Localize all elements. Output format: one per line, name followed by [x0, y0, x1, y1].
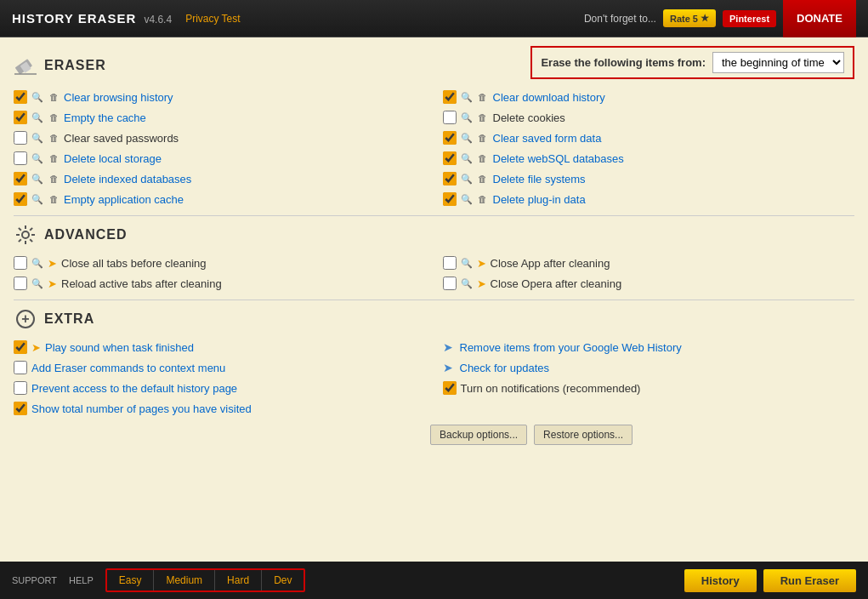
extra-left-checkbox-0[interactable] — [14, 340, 27, 354]
search-icon-left-4[interactable]: 🔍 — [31, 174, 43, 185]
extra-left-checkbox-1[interactable] — [14, 361, 27, 374]
extra-left-checkbox-2[interactable] — [14, 381, 27, 395]
rate-button[interactable]: Rate 5 ★ — [663, 9, 716, 27]
eraser-left-checkbox-5[interactable] — [14, 192, 27, 206]
footer: SUPPORT HELP EasyMediumHardDev History R… — [0, 562, 868, 599]
support-link[interactable]: SUPPORT — [12, 575, 57, 585]
delete-icon-right-4[interactable]: 🗑 — [477, 174, 489, 184]
extra-right-label-1[interactable]: Check for updates — [460, 362, 550, 374]
eraser-right-label-3[interactable]: Delete webSQL databases — [493, 152, 624, 165]
eraser-icon-svg — [14, 54, 37, 77]
extra-left-label-3[interactable]: Show total number of pages you have visi… — [31, 402, 252, 415]
history-button[interactable]: History — [684, 569, 757, 592]
tab-hard[interactable]: Hard — [215, 570, 262, 590]
eraser-left-label-0[interactable]: Clear browsing history — [64, 91, 173, 104]
eraser-right-checkbox-5[interactable] — [443, 192, 457, 206]
tab-medium[interactable]: Medium — [154, 570, 215, 590]
delete-icon-right-1[interactable]: 🗑 — [477, 112, 489, 123]
eraser-right-label-0[interactable]: Clear download history — [493, 91, 605, 104]
extra-arrow-left-0: ➤ — [31, 341, 41, 354]
header-right: Don't forget to... Rate 5 ★ Pinterest DO… — [584, 0, 856, 37]
search-icon-right-4[interactable]: 🔍 — [461, 174, 473, 185]
restore-options-button[interactable]: Restore options... — [534, 425, 633, 445]
delete-icon-left-5[interactable]: 🗑 — [48, 194, 60, 204]
eraser-right-item-4: 🔍 🗑 Delete file systems — [443, 169, 855, 188]
eraser-left-checkbox-0[interactable] — [14, 90, 27, 104]
delete-icon-right-5[interactable]: 🗑 — [477, 194, 489, 204]
search-icon-right-2[interactable]: 🔍 — [461, 133, 473, 144]
eraser-left-checkbox-4[interactable] — [14, 172, 27, 185]
extra-header: + EXTRA — [14, 307, 854, 331]
extra-right-item-0: ➤ Remove items from your Google Web Hist… — [443, 338, 855, 357]
search-icon-left-0[interactable]: 🔍 — [31, 92, 43, 103]
extra-left-item-1: Add Eraser commands to context menu — [14, 358, 426, 377]
adv-search-icon-right-1[interactable]: 🔍 — [461, 278, 473, 289]
eraser-left-label-1[interactable]: Empty the cache — [64, 111, 146, 124]
eraser-right-checkbox-1[interactable] — [443, 111, 457, 124]
eraser-right-checkbox-3[interactable] — [443, 151, 457, 165]
adv-arrow-left-0: ➤ — [48, 257, 57, 270]
extra-left-label-1[interactable]: Add Eraser commands to context menu — [31, 362, 225, 374]
erase-from-select[interactable]: the beginning of time last hour last day… — [712, 52, 844, 73]
advanced-icon — [14, 223, 37, 247]
backup-options-button[interactable]: Backup options... — [430, 425, 527, 445]
tab-dev[interactable]: Dev — [262, 570, 304, 590]
extra-right-label-0[interactable]: Remove items from your Google Web Histor… — [460, 341, 682, 354]
adv-search-icon-left-0[interactable]: 🔍 — [31, 258, 43, 269]
delete-icon-left-2[interactable]: 🗑 — [48, 133, 60, 143]
eraser-left-checkbox-3[interactable] — [14, 151, 27, 165]
adv-right-checkbox-1[interactable] — [443, 277, 457, 290]
extra-left-checkbox-3[interactable] — [14, 402, 27, 415]
eraser-right-checkbox-2[interactable] — [443, 131, 457, 145]
search-icon-right-1[interactable]: 🔍 — [461, 112, 473, 123]
pinterest-button[interactable]: Pinterest — [723, 10, 776, 27]
search-icon-left-1[interactable]: 🔍 — [31, 112, 43, 123]
eraser-right-label-1[interactable]: Delete cookies — [493, 111, 565, 124]
delete-icon-right-3[interactable]: 🗑 — [477, 153, 489, 163]
adv-search-icon-right-0[interactable]: 🔍 — [461, 258, 473, 269]
search-icon-left-2[interactable]: 🔍 — [31, 133, 43, 144]
delete-icon-right-0[interactable]: 🗑 — [477, 92, 489, 102]
svg-line-9 — [30, 239, 32, 242]
eraser-left-label-5[interactable]: Empty application cache — [64, 193, 184, 206]
eraser-left-label-3[interactable]: Delete local storage — [64, 152, 162, 165]
adv-left-checkbox-0[interactable] — [14, 256, 27, 270]
eraser-left-item-2: 🔍 🗑 Clear saved passwords — [14, 128, 426, 147]
eraser-right-label-5[interactable]: Delete plug-in data — [493, 193, 586, 206]
eraser-right-label-2[interactable]: Clear saved form data — [493, 132, 602, 145]
extra-left-label-2[interactable]: Prevent access to the default history pa… — [31, 382, 237, 395]
tab-easy[interactable]: Easy — [107, 570, 155, 590]
title-history: HISTORY — [12, 11, 74, 26]
delete-icon-left-4[interactable]: 🗑 — [48, 174, 60, 184]
help-link[interactable]: HELP — [69, 575, 94, 585]
eraser-left-checkbox-1[interactable] — [14, 111, 27, 124]
search-icon-left-5[interactable]: 🔍 — [31, 194, 43, 205]
eraser-title: ERASER — [44, 58, 106, 73]
delete-icon-right-2[interactable]: 🗑 — [477, 133, 489, 143]
eraser-right-checkbox-4[interactable] — [443, 172, 457, 185]
privacy-test-link[interactable]: Privacy Test — [185, 13, 240, 25]
delete-icon-left-1[interactable]: 🗑 — [48, 112, 60, 123]
eraser-left-checkbox-2[interactable] — [14, 131, 27, 145]
adv-right-checkbox-0[interactable] — [443, 256, 457, 270]
search-icon-right-5[interactable]: 🔍 — [461, 194, 473, 205]
eraser-left-item-1: 🔍 🗑 Empty the cache — [14, 108, 426, 127]
search-icon-right-0[interactable]: 🔍 — [461, 92, 473, 103]
delete-icon-left-0[interactable]: 🗑 — [48, 92, 60, 102]
eraser-right-item-2: 🔍 🗑 Clear saved form data — [443, 128, 855, 147]
donate-button[interactable]: DONATE — [783, 0, 856, 37]
extra-left-label-0[interactable]: Play sound when task finished — [45, 341, 194, 354]
extra-right-checkbox-2[interactable] — [443, 381, 457, 395]
search-icon-left-3[interactable]: 🔍 — [31, 153, 43, 164]
adv-left-checkbox-1[interactable] — [14, 277, 27, 290]
run-eraser-button[interactable]: Run Eraser — [763, 569, 856, 592]
adv-search-icon-left-1[interactable]: 🔍 — [31, 278, 43, 289]
eraser-right-label-4[interactable]: Delete file systems — [493, 173, 586, 185]
eraser-left-label-4[interactable]: Delete indexed databases — [64, 173, 191, 185]
main-content: ERASER Erase the following items from: t… — [0, 37, 868, 562]
search-icon-right-3[interactable]: 🔍 — [461, 153, 473, 164]
delete-icon-left-3[interactable]: 🗑 — [48, 153, 60, 163]
app-title: HISTORY ERASER v4.6.4 — [12, 11, 172, 26]
eraser-left-label-2[interactable]: Clear saved passwords — [64, 132, 179, 145]
eraser-right-checkbox-0[interactable] — [443, 90, 457, 104]
